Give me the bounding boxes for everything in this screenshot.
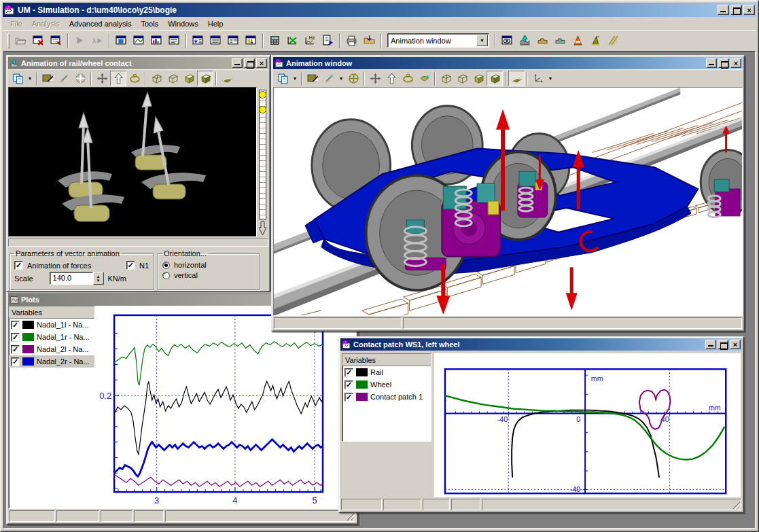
n1-checkbox[interactable]: ✓ [126, 261, 135, 270]
checkbox[interactable]: ✓ [11, 333, 20, 342]
scale-spinedit[interactable]: 140.0 ▲▼ [50, 272, 104, 285]
start-simulation-icon[interactable] [71, 32, 88, 49]
maximize-button[interactable] [718, 58, 729, 68]
wheel-profile-icon[interactable] [552, 32, 569, 49]
animation-window-icon[interactable] [113, 32, 130, 49]
single-face-icon[interactable] [219, 71, 235, 86]
move-vertical-icon[interactable] [383, 71, 400, 86]
image-options-icon[interactable] [304, 71, 321, 86]
shaded-cube-icon[interactable] [181, 71, 197, 86]
menu-advanced-analysis[interactable]: Advanced analysis [65, 18, 137, 29]
scale-spin-buttons[interactable]: ▲▼ [93, 272, 104, 285]
solid-cube-icon[interactable] [197, 71, 213, 86]
image-options-icon[interactable] [39, 71, 56, 86]
maximize-button[interactable] [730, 5, 742, 15]
close-button[interactable]: × [730, 58, 741, 68]
save-results-icon[interactable] [361, 32, 378, 49]
maximize-button[interactable] [244, 58, 255, 68]
checkbox[interactable]: ✓ [11, 345, 20, 354]
checkbox[interactable]: ✓ [11, 321, 20, 330]
horizontal-radio[interactable] [162, 262, 170, 269]
combo-dropdown-icon[interactable]: ▼ [476, 35, 488, 46]
histogram-window-icon[interactable] [148, 32, 165, 49]
run-process-icon[interactable]: λ [89, 32, 106, 49]
wireframe-cube-icon[interactable] [438, 71, 454, 86]
axes-dropdown-icon[interactable]: ▼ [546, 71, 554, 86]
resize-grip[interactable] [732, 501, 740, 509]
animation-titlebar[interactable]: Animation window × [273, 57, 743, 69]
variable-row-contact-patch[interactable]: ✓ Contact patch 1 [342, 391, 431, 403]
rotate-icon[interactable] [400, 71, 416, 86]
variable-row-nadal-2r[interactable]: ✓ Nadal_2r - Na... [9, 355, 94, 368]
open-icon[interactable] [12, 32, 29, 49]
checkbox[interactable]: ✓ [345, 393, 353, 402]
rail-contact-titlebar[interactable]: Animation of rail/wheel contact × [8, 57, 268, 69]
copy-icon[interactable] [10, 71, 26, 86]
menu-help[interactable]: Help [203, 18, 228, 29]
variable-row-wheel[interactable]: ✓ Wheel [342, 378, 431, 391]
slider-down-arrow-icon[interactable] [258, 221, 267, 236]
railway-track-icon[interactable] [605, 32, 622, 49]
variable-row-rail[interactable]: ✓ Rail [342, 366, 431, 378]
close-button[interactable]: × [256, 58, 267, 68]
shaded-cube-icon[interactable] [470, 71, 487, 86]
menu-analysis[interactable]: Analysis [27, 18, 65, 29]
checkbox[interactable]: ✓ [11, 357, 20, 366]
wizard-variables-icon[interactable] [243, 32, 260, 49]
copy-icon[interactable] [275, 71, 291, 86]
animation-of-forces-checkbox[interactable]: ✓ [14, 261, 23, 270]
wheel-rail-profiles-icon[interactable] [534, 32, 551, 49]
axes-orientation-icon[interactable] [530, 71, 546, 86]
slider-dot-1[interactable] [259, 91, 266, 99]
resize-grip[interactable] [346, 512, 354, 520]
new-window-icon[interactable] [30, 32, 47, 49]
window-selector-combo[interactable]: Animation window ▼ [387, 33, 489, 48]
zoom-dropdown-icon[interactable]: ▼ [337, 71, 345, 86]
track-cone-icon[interactable] [569, 32, 586, 49]
variable-row-nadal-1l[interactable]: ✓ Nadal_1l - Na... [9, 319, 94, 331]
minimize-button[interactable] [232, 58, 243, 68]
toolbar-grip[interactable] [7, 33, 10, 48]
wireframe-cube-icon[interactable] [148, 71, 164, 86]
table-download-icon[interactable] [190, 32, 207, 49]
zoom-scale-icon[interactable] [321, 71, 337, 86]
rail-contact-3d-view[interactable] [8, 87, 257, 237]
single-face-icon[interactable] [508, 71, 525, 86]
frequency-analysis-icon[interactable]: Hz [302, 32, 319, 49]
hidden-line-cube-icon[interactable] [164, 71, 181, 86]
scale-value[interactable]: 140.0 [50, 272, 93, 285]
print-icon[interactable] [343, 32, 360, 49]
menu-file[interactable]: File [5, 18, 27, 29]
vertical-radio[interactable] [162, 272, 170, 279]
zoom-scale-icon[interactable] [56, 71, 72, 86]
maximize-button[interactable] [718, 340, 728, 349]
checkbox[interactable]: ✓ [345, 368, 353, 377]
window-list-icon[interactable] [48, 32, 65, 49]
center-view-icon[interactable] [72, 71, 88, 86]
copy-dropdown-icon[interactable]: ▼ [26, 71, 34, 86]
slider-dot-2[interactable] [259, 106, 266, 113]
clear-plots-icon[interactable] [284, 32, 301, 49]
rotate-icon[interactable] [126, 71, 143, 86]
list-window-icon[interactable] [166, 32, 183, 49]
contact-patch-titlebar[interactable]: Contact patch WS1, left wheel × [340, 338, 742, 351]
pan-icon[interactable] [367, 71, 383, 86]
minimize-button[interactable] [718, 5, 729, 15]
report-document-icon[interactable] [319, 32, 336, 49]
bogie-3d-view[interactable] [273, 87, 743, 316]
variable-row-nadal-2l[interactable]: ✓ Nadal_2l - Na... [9, 343, 94, 355]
graphic-window-icon[interactable] [130, 32, 147, 49]
menu-tools[interactable]: Tools [136, 18, 163, 29]
close-button[interactable]: × [743, 5, 755, 15]
close-button[interactable]: × [730, 340, 741, 349]
main-titlebar[interactable]: UM - Simulation - d:\um40\loco\y25\bogie… [3, 3, 756, 17]
hidden-line-cube-icon[interactable] [454, 71, 470, 86]
rotate-body-icon[interactable] [416, 71, 432, 86]
plots-variables-list[interactable]: Variables ✓ Nadal_1l - Na... ✓ Nadal_1r … [8, 306, 95, 509]
copy-dropdown-icon[interactable]: ▼ [291, 71, 299, 86]
calculator-icon[interactable] [266, 32, 283, 49]
checkbox[interactable]: ✓ [345, 380, 353, 389]
variable-row-nadal-1r[interactable]: ✓ Nadal_1r - Na... [9, 331, 94, 343]
center-view-icon[interactable] [345, 71, 361, 86]
view-window-icon[interactable] [499, 32, 516, 49]
